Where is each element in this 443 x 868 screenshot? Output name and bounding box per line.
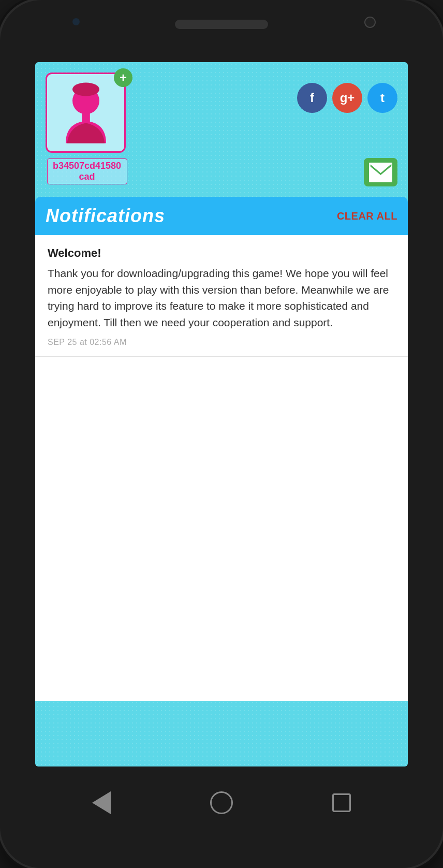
envelope-icon <box>369 163 392 182</box>
home-button[interactable] <box>209 790 234 816</box>
clear-all-button[interactable]: CLEAR ALL <box>337 210 397 222</box>
notification-scroll-area[interactable]: Welcome! Thank you for downloading/upgra… <box>35 235 408 598</box>
notification-item: Welcome! Thank you for downloading/upgra… <box>35 235 408 357</box>
front-camera <box>364 17 376 28</box>
phone-top-bar <box>0 0 443 62</box>
back-icon <box>92 791 111 814</box>
phone-device: + b34507cd41580cad f g+ t <box>0 0 443 868</box>
screen: + b34507cd41580cad f g+ t <box>35 62 408 766</box>
phone-nav-bar <box>0 766 443 839</box>
front-sensor <box>72 18 80 25</box>
mail-button[interactable] <box>364 158 397 186</box>
notifications-list: Welcome! Thank you for downloading/upgra… <box>35 235 408 701</box>
profile-avatar-box[interactable] <box>46 73 126 153</box>
home-icon <box>210 791 233 814</box>
svg-point-1 <box>72 82 99 96</box>
profile-avatar-container: + <box>46 73 128 155</box>
back-button[interactable] <box>88 790 114 816</box>
notifications-title: Notifications <box>46 205 165 227</box>
notifications-bar: Notifications CLEAR ALL <box>35 197 408 235</box>
recents-button[interactable] <box>329 790 355 816</box>
notification-item-timestamp: SEP 25 at 02:56 AM <box>48 338 395 347</box>
notification-item-body: Thank you for downloading/upgrading this… <box>48 265 395 330</box>
profile-username: b34507cd41580cad <box>47 158 127 184</box>
profile-add-button[interactable]: + <box>114 68 132 87</box>
notification-item-title: Welcome! <box>48 247 395 260</box>
recents-icon <box>332 793 351 812</box>
svg-rect-2 <box>82 113 90 122</box>
social-icons-group: f g+ t <box>297 78 397 113</box>
female-avatar-icon <box>52 79 120 147</box>
app-header: + b34507cd41580cad f g+ t <box>35 62 408 197</box>
google-icon[interactable]: g+ <box>332 83 362 113</box>
speaker-grille <box>175 20 268 29</box>
profile-section: + b34507cd41580cad <box>46 73 128 184</box>
twitter-icon[interactable]: t <box>367 83 397 113</box>
facebook-icon[interactable]: f <box>297 83 327 113</box>
